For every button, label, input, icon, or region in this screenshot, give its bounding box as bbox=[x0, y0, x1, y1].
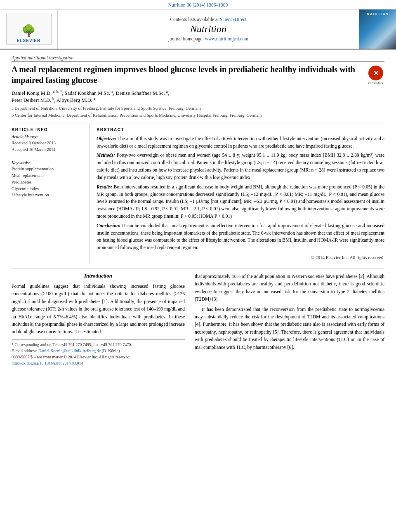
footnote-area: * Corresponding author. Tel.: +49 761 27… bbox=[12, 339, 185, 366]
methods-text: Forty-two overweight or obese men and wo… bbox=[97, 153, 384, 179]
objective-label: Objective: bbox=[97, 136, 116, 141]
elsevier-wordmark: ELSEVIER bbox=[17, 37, 40, 44]
results-text: Both interventions resulted in a signifi… bbox=[97, 184, 384, 219]
article-title: A meal replacement regimen improves bloo… bbox=[12, 64, 358, 85]
body-right-column: that approximately 10% of the adult popu… bbox=[193, 273, 384, 366]
keyword-5: Lifestyle intervention bbox=[12, 192, 85, 198]
abstract-objective: Objective: The aim of this study was to … bbox=[97, 135, 384, 150]
intro-para3: It has been demonstrated that the reconv… bbox=[195, 306, 384, 351]
section-divider bbox=[12, 268, 384, 268]
keyword-2: Meal replacement bbox=[12, 172, 85, 179]
article-title-row: A meal replacement regimen improves bloo… bbox=[12, 64, 384, 85]
footnote-corresponding: * Corresponding author. Tel.: +49 761 27… bbox=[12, 341, 185, 348]
elsevier-logo-box: 🌳 ELSEVIER bbox=[6, 14, 52, 45]
journal-info: Contents lists available at ScienceDirec… bbox=[58, 9, 359, 49]
two-column-layout: ARTICLE INFO Article history: Received 9… bbox=[12, 123, 384, 264]
abstract-conclusion: Conclusion: It can be concluded that mea… bbox=[97, 222, 384, 252]
intro-para1: Formal guidelines suggest that individua… bbox=[12, 282, 185, 336]
keyword-1: Protein supplementation bbox=[12, 166, 85, 172]
crossmark-badge: ✕ CrossMark bbox=[367, 66, 384, 85]
footnote-email: E-mail address: Daniel.Koenig@uniklinik-… bbox=[12, 348, 185, 354]
journal-title: Nutrition bbox=[190, 24, 226, 35]
history-label: Article history: bbox=[12, 134, 85, 139]
authors-line: Daniel König M.D. a, b, *, Sadaf Kookhan… bbox=[12, 89, 384, 104]
info-divider bbox=[12, 157, 85, 157]
journal-homepage-link[interactable]: www.nutritionjrnl.com bbox=[205, 36, 248, 41]
keywords-label: Keywords: bbox=[12, 160, 85, 165]
abstract-results: Results: Both interventions resulted in … bbox=[97, 184, 384, 220]
received-date: Received 9 October 2013 bbox=[12, 140, 85, 146]
email-link[interactable]: Daniel.Koenig@uniklinik-freiburg.de bbox=[38, 348, 101, 353]
section-tag: Applied nutritional investigation bbox=[12, 55, 384, 61]
introduction-heading: Introduction bbox=[12, 273, 185, 279]
citation-text: Nutrition 30 (2014) 1306–1309 bbox=[168, 2, 228, 7]
affiliations: a Department of Nutrition, University of… bbox=[12, 105, 384, 119]
footnote-doi: http://dx.doi.org/10.1016/j.nut.2014.03.… bbox=[12, 360, 185, 366]
abstract-heading: ABSTRACT bbox=[97, 127, 384, 132]
accepted-date: Accepted 16 March 2014 bbox=[12, 146, 85, 153]
methods-label: Methods: bbox=[97, 153, 115, 158]
body-section: Introduction Formal guidelines suggest t… bbox=[12, 273, 384, 374]
affiliation-b: b Center for Internal Medicine, Departme… bbox=[12, 112, 384, 119]
article-info-column: ARTICLE INFO Article history: Received 9… bbox=[12, 123, 90, 264]
conclusion-text: It can be concluded that meal replacemen… bbox=[97, 223, 384, 250]
body-left-column: Introduction Formal guidelines suggest t… bbox=[12, 273, 193, 366]
article-info-heading: ARTICLE INFO bbox=[12, 127, 85, 132]
journal-header: 🌳 ELSEVIER Contents lists available at S… bbox=[0, 9, 396, 49]
keyword-3: Prediabetes bbox=[12, 179, 85, 186]
homepage-line: journal homepage: www.nutritionjrnl.com bbox=[168, 36, 248, 41]
thumb-title: NUTRITION bbox=[367, 12, 389, 16]
keyword-4: Glycemic index bbox=[12, 186, 85, 192]
doi-link[interactable]: http://dx.doi.org/10.1016/j.nut.2014.03.… bbox=[12, 361, 83, 365]
elsevier-tree-icon: 🌳 bbox=[21, 25, 36, 37]
footnote-issn: 0899-9007/$ – see front matter © 2014 El… bbox=[12, 354, 185, 360]
journal-thumbnail: NUTRITION bbox=[359, 9, 396, 49]
introduction-text-left: Formal guidelines suggest that individua… bbox=[12, 282, 185, 336]
results-label: Results: bbox=[97, 184, 112, 189]
elsevier-logo: 🌳 ELSEVIER bbox=[0, 9, 58, 49]
crossmark-icon: ✕ bbox=[368, 66, 383, 80]
introduction-text-right: that approximately 10% of the adult popu… bbox=[195, 273, 384, 351]
article-history: Article history: Received 9 October 2013… bbox=[12, 134, 85, 153]
intro-para2: that approximately 10% of the adult popu… bbox=[195, 273, 384, 303]
citation-bar: Nutrition 30 (2014) 1306–1309 bbox=[0, 0, 396, 9]
article-content: Applied nutritional investigation A meal… bbox=[0, 55, 396, 374]
contents-line: Contents lists available at ScienceDirec… bbox=[170, 17, 246, 22]
sciencedirect-link[interactable]: ScienceDirect bbox=[220, 17, 247, 22]
abstract-column: ABSTRACT Objective: The aim of this stud… bbox=[90, 123, 384, 264]
copyright-line: © 2014 Elsevier Inc. All rights reserved… bbox=[97, 255, 384, 260]
keywords-section: Keywords: Protein supplementation Meal r… bbox=[12, 160, 85, 198]
conclusion-label: Conclusion: bbox=[97, 223, 120, 228]
objective-text: The aim of this study was to investigate… bbox=[97, 136, 384, 148]
affiliation-a: a Department of Nutrition, University of… bbox=[12, 105, 384, 112]
crossmark-label: CrossMark bbox=[368, 81, 383, 85]
abstract-methods: Methods: Forty-two overweight or obese m… bbox=[97, 152, 384, 181]
abstract-text: Objective: The aim of this study was to … bbox=[97, 135, 384, 252]
